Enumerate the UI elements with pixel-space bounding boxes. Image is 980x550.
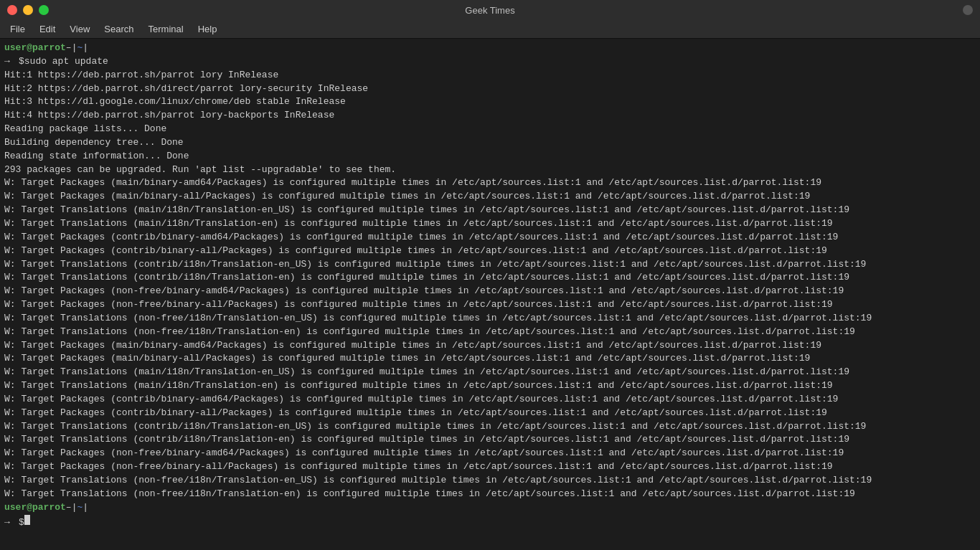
output-line: Hit:2 https://deb.parrot.sh/direct/parro…	[4, 82, 976, 96]
title-bar-right	[963, 5, 973, 15]
window-controls	[7, 5, 49, 15]
output-line: Hit:1 https://deb.parrot.sh/parrot lory …	[4, 69, 976, 82]
menu-view[interactable]: View	[62, 22, 97, 36]
warning-line: W: Target Translations (main/i18n/Transl…	[4, 379, 976, 393]
warning-line: W: Target Translations (contrib/i18n/Tra…	[4, 271, 976, 285]
menu-help[interactable]: Help	[191, 22, 225, 36]
window-title: Geek Times	[465, 5, 514, 16]
output-line: Reading package lists... Done	[4, 123, 976, 136]
warning-line: W: Target Translations (main/i18n/Transl…	[4, 366, 976, 379]
menu-bar: File Edit View Search Terminal Help	[0, 20, 980, 39]
warning-line: W: Target Packages (non-free/binary-all/…	[4, 298, 976, 312]
menu-edit[interactable]: Edit	[32, 22, 62, 36]
maximize-button[interactable]	[39, 5, 49, 15]
prompt-user-2: user@parrot	[4, 501, 66, 515]
output-line: 293 packages can be upgraded. Run 'apt l…	[4, 163, 976, 177]
title-bar: Geek Times	[0, 0, 980, 20]
warning-line: W: Target Packages (main/binary-all/Pack…	[4, 190, 976, 204]
command-line-2: → $	[4, 515, 976, 530]
warning-line: W: Target Packages (contrib/binary-all/P…	[4, 245, 976, 258]
prompt-line-2: user@parrot–|~|	[4, 501, 976, 515]
menu-terminal[interactable]: Terminal	[141, 22, 191, 36]
close-button[interactable]	[7, 5, 17, 15]
warning-line: W: Target Translations (non-free/i18n/Tr…	[4, 488, 976, 501]
prompt-line-1: user@parrot–|~|	[4, 42, 976, 55]
warning-line: W: Target Packages (contrib/binary-amd64…	[4, 231, 976, 245]
warning-line: W: Target Packages (non-free/binary-amd6…	[4, 447, 976, 460]
warning-line: W: Target Translations (non-free/i18n/Tr…	[4, 312, 976, 326]
warning-line: W: Target Packages (contrib/binary-all/P…	[4, 407, 976, 420]
output-line: Building dependency tree... Done	[4, 136, 976, 150]
command-line-1: → $sudo apt update	[4, 55, 976, 69]
minimize-button[interactable]	[23, 5, 33, 15]
extra-button[interactable]	[963, 5, 973, 15]
warning-line: W: Target Packages (main/binary-amd64/Pa…	[4, 339, 976, 353]
terminal-window: Geek Times File Edit View Search Termina…	[0, 0, 980, 550]
command-text-1: $sudo apt update	[19, 55, 108, 69]
menu-file[interactable]: File	[3, 22, 32, 36]
output-line: Hit:4 https://deb.parrot.sh/parrot lory-…	[4, 109, 976, 123]
cursor	[24, 515, 30, 525]
warning-line: W: Target Translations (non-free/i18n/Tr…	[4, 326, 976, 339]
menu-search[interactable]: Search	[97, 22, 141, 36]
warning-line: W: Target Translations (main/i18n/Transl…	[4, 217, 976, 231]
warning-line: W: Target Translations (non-free/i18n/Tr…	[4, 474, 976, 488]
warning-line: W: Target Packages (main/binary-amd64/Pa…	[4, 176, 976, 190]
warning-line: W: Target Packages (main/binary-all/Pack…	[4, 352, 976, 366]
warning-line: W: Target Packages (non-free/binary-all/…	[4, 460, 976, 474]
terminal-body[interactable]: user@parrot–|~| → $sudo apt update Hit:1…	[0, 39, 980, 550]
output-line: Reading state information... Done	[4, 150, 976, 163]
output-line: Hit:3 https://dl.google.com/linux/chrome…	[4, 95, 976, 109]
warning-line: W: Target Packages (contrib/binary-amd64…	[4, 393, 976, 407]
warning-line: W: Target Translations (contrib/i18n/Tra…	[4, 433, 976, 447]
current-input[interactable]: $	[19, 516, 24, 530]
warning-line: W: Target Translations (contrib/i18n/Tra…	[4, 420, 976, 434]
prompt-user-1: user@parrot	[4, 42, 66, 55]
warning-line: W: Target Translations (main/i18n/Transl…	[4, 204, 976, 217]
warning-line: W: Target Translations (contrib/i18n/Tra…	[4, 258, 976, 272]
warning-line: W: Target Packages (non-free/binary-amd6…	[4, 285, 976, 298]
